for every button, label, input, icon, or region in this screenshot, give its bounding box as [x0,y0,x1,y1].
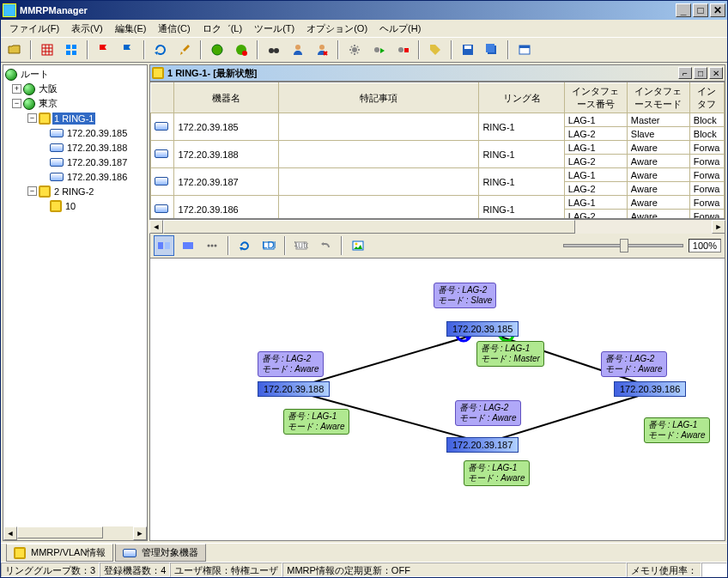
collapse-toggle[interactable]: − [27,113,37,123]
save-icon[interactable] [458,40,478,60]
image-icon[interactable] [348,235,368,256]
host-node-icon [50,143,64,152]
user-icon[interactable] [288,40,308,60]
topology-node[interactable]: 172.20.39.188 [258,381,330,397]
view-single-icon[interactable] [178,235,198,256]
topology-tag: 番号 : LAG-1モード : Aware [644,417,710,443]
tree-host[interactable]: 172.20.39.185 [65,127,129,139]
col-state[interactable]: インタフ [689,83,724,113]
reload-icon[interactable] [234,235,255,256]
tree-tokyo[interactable]: 東京 [37,96,59,111]
svg-text:LLDP: LLDP [262,240,276,250]
table-row[interactable]: 172.20.39.188RING-1 LAG-1AwareForwa [151,141,725,155]
globe-icon[interactable] [207,40,228,60]
tile-icon[interactable] [61,40,82,60]
svg-point-14 [398,47,403,52]
tree-root[interactable]: ルート [19,67,51,82]
svg-point-9 [274,48,279,53]
titlebar[interactable]: MMRPManager _ □ ✕ [1,1,727,20]
tree-host[interactable]: 172.20.39.188 [65,142,129,154]
host-node-icon [50,158,64,167]
topology-node[interactable]: 172.20.39.187 [446,437,519,453]
menu-comm[interactable]: 通信(C) [153,21,195,37]
collapse-toggle[interactable]: − [12,99,21,108]
flag-blue-icon[interactable] [118,40,138,60]
collapse-toggle[interactable]: − [27,186,37,196]
save-all-icon[interactable] [482,40,502,60]
user-x-icon[interactable] [312,40,332,60]
tree-ring2-child[interactable]: 10 [64,200,77,212]
tree-ring2[interactable]: 2 RING-2 [52,186,95,198]
menu-edit[interactable]: 編集(E) [110,21,152,37]
folder-open-icon[interactable] [4,40,25,60]
svg-rect-19 [486,44,494,52]
tree-hscrollbar[interactable]: ◄ ► [3,526,147,540]
gear-icon[interactable] [344,40,365,60]
refresh-icon[interactable] [150,40,171,60]
col-ring[interactable]: リング名 [479,83,564,113]
topology-node[interactable]: 172.20.39.185 [446,321,519,337]
brush-icon[interactable] [174,40,195,60]
menu-log[interactable]: ロク゛(L) [197,21,247,37]
host-icon [155,204,168,213]
tab-mmrp-vlan[interactable]: MMRP/VLAN情報 [6,544,113,562]
tree-osaka[interactable]: 大阪 [37,82,59,96]
svg-point-5 [212,45,222,55]
menu-file[interactable]: ファイル(F) [4,21,64,37]
topology-diagram[interactable]: 172.20.39.185172.20.39.188172.20.39.1871… [149,259,725,541]
maximize-button[interactable]: □ [693,3,708,17]
expand-toggle[interactable]: + [12,84,21,94]
col-if[interactable]: インタフェース番号 [564,83,627,113]
col-mode[interactable]: インタフェースモード [627,83,689,113]
device-table: 機器名 特記事項 リング名 インタフェース番号 インタフェースモード インタフ … [149,82,725,219]
menu-tool[interactable]: ツール(T) [249,21,300,37]
topology-node[interactable]: 172.20.39.186 [614,381,686,397]
svg-point-7 [242,51,247,56]
close-button[interactable]: ✕ [710,3,725,17]
status-rings: リンググループ数：3 [1,563,100,577]
lldp-icon[interactable]: LLDP [258,235,279,256]
globe-stop-icon[interactable] [231,40,252,60]
svg-point-27 [215,244,217,246]
grid-icon[interactable] [37,40,58,60]
gear-stop-icon[interactable] [392,40,413,60]
table-row[interactable]: 172.20.39.185RING-1 LAG-1MasterBlock [151,113,725,127]
svg-point-12 [352,47,357,52]
menu-view[interactable]: 表示(V) [66,21,108,37]
svg-rect-17 [464,46,471,49]
app-icon [3,3,16,17]
topology-tag: 番号 : LAG-2モード : Aware [601,351,667,377]
table-row[interactable]: 172.20.39.187RING-1 LAG-1AwareForwa [151,168,725,182]
flag-red-icon[interactable] [94,40,114,60]
sub-max-button[interactable]: □ [694,67,707,79]
sub-close-button[interactable]: ✕ [709,67,723,79]
tag-icon[interactable] [425,40,446,60]
tree-host[interactable]: 172.20.39.187 [65,156,129,168]
minimize-button[interactable]: _ [676,3,691,17]
sub-min-button[interactable]: ⌐ [678,67,692,79]
tree-ring1[interactable]: 1 RING-1 [52,113,95,125]
device-tree[interactable]: ルート +大阪 −東京 −1 RING-1 172.20.39.185 172.… [3,65,147,526]
menu-help[interactable]: ヘルプ(H) [374,21,426,37]
view-tile-icon[interactable] [154,235,174,256]
tree-host[interactable]: 172.20.39.186 [65,171,129,183]
statusbar: リンググループ数：3 登録機器数：4 ユーザ権限：特権ユーザ MMRP情報の定期… [1,562,727,577]
col-name[interactable]: 機器名 [174,83,279,113]
gear-play-icon[interactable] [368,40,389,60]
zoom-slider[interactable] [563,244,683,247]
topology-tag: 番号 : LAG-1モード : Master [476,341,544,367]
dots-icon[interactable] [202,235,222,256]
menu-option[interactable]: オプション(O) [301,21,373,37]
window-icon[interactable] [514,40,535,60]
auto-icon[interactable]: Auto [291,235,312,256]
topology-tag: 番号 : LAG-1モード : Aware [464,460,530,486]
tab-managed-devices[interactable]: 管理対象機器 [115,544,206,562]
table-hscrollbar[interactable]: ◄ ► [149,219,725,233]
table-row[interactable]: 172.20.39.186RING-1 LAG-1AwareForwa [151,196,725,210]
sub-titlebar[interactable]: 1 RING-1- [最新状態] ⌐ □ ✕ [149,64,725,82]
svg-rect-15 [404,48,409,52]
globe-node-icon [23,98,35,110]
col-note[interactable]: 特記事項 [279,83,479,113]
binoculars-icon[interactable] [264,40,284,60]
undo-icon[interactable] [315,235,336,256]
